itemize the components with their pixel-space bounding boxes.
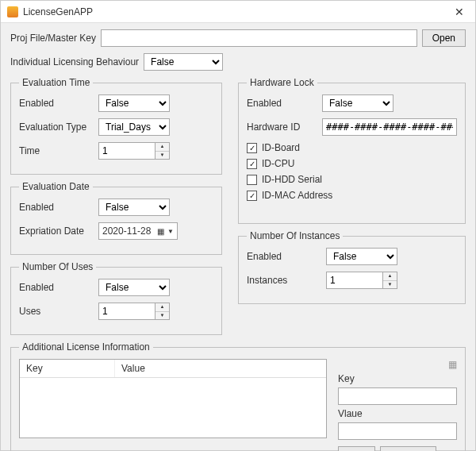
evaltime-enabled-select[interactable]: False [98,94,170,112]
inst-enabled-select[interactable]: False [326,248,397,265]
evaldate-exp-label: Expriation Date [19,226,98,237]
kv-side: ▦ Key Vlaue Add Remove [338,359,457,451]
top-columns: Evaluation Time Enabled False Evaluation… [10,77,466,341]
eval-time-group: Evaluation Time Enabled False Evaluation… [10,77,222,175]
open-button[interactable]: Open [422,29,466,47]
kv-col-value: Value [115,360,152,377]
indiv-row: Individual Licensing Behaviour False [10,53,466,71]
proj-label: Proj File/Master Key [10,33,96,44]
uses-enabled-select[interactable]: False [98,279,170,296]
evaltime-type-label: Evaluation Type [19,121,98,133]
spinner-buttons[interactable]: ▲▼ [155,303,169,319]
expiration-value: 2020-11-28 [102,226,154,237]
additional-info-group: Additional License Information Key Value… [10,341,466,451]
id-cpu-checkbox[interactable]: ID-CPU [247,158,457,169]
id-hdd-checkbox[interactable]: ID-HDD Serial [247,174,457,185]
id-board-label: ID-Board [262,142,300,153]
hw-lock-group: Hardware Lock Enabled False Hardware ID … [238,77,466,224]
inst-inst-label: Instances [247,275,326,286]
indiv-select[interactable]: False [144,53,223,71]
expiration-datepicker[interactable]: 2020-11-28 ▦ ▼ [98,222,178,240]
inst-legend: Number Of Instances [247,230,343,241]
kv-value-input[interactable] [338,422,457,440]
calendar-icon[interactable]: ▦ [157,227,164,236]
left-col: Evaluation Time Enabled False Evaluation… [10,77,222,341]
addl-legend: Additional License Information [19,341,153,353]
hw-id-label: Hardware ID [247,121,322,133]
right-col: Hardware Lock Enabled False Hardware ID … [238,77,466,341]
uses-legend: Number Of Uses [19,261,96,272]
instances-input[interactable] [327,272,382,288]
window-title: LicenseGenAPP [23,6,443,17]
instances-stepper[interactable]: ▲▼ [326,272,397,289]
kv-header: Key Value [20,360,326,378]
hw-enabled-label: Enabled [247,98,322,109]
titlebar: LicenseGenAPP ✕ [1,1,475,23]
uses-uses-label: Uses [19,306,98,317]
chevron-down-icon[interactable]: ▼ [167,228,174,235]
proj-input[interactable] [101,29,417,47]
hw-legend: Hardware Lock [247,77,317,88]
evaldate-enabled-label: Enabled [19,202,98,213]
kv-value-label: Vlaue [338,408,457,419]
add-button[interactable]: Add [338,446,375,451]
instances-group: Number Of Instances Enabled False Instan… [238,230,466,304]
uses-stepper[interactable]: ▲▼ [98,303,170,320]
kv-col-key: Key [20,360,115,377]
kv-table[interactable]: Key Value [19,359,327,438]
app-icon [7,6,18,17]
hardware-id-input[interactable] [322,118,457,136]
kv-key-input[interactable] [338,387,457,405]
evaltime-type-select[interactable]: Trial_Days [98,118,170,136]
evaltime-time-label: Time [19,145,98,156]
uses-group: Number Of Uses Enabled False Uses ▲▼ [10,261,222,335]
id-cpu-label: ID-CPU [262,158,294,169]
uses-enabled-label: Enabled [19,282,98,293]
calendar-icon[interactable]: ▦ [448,359,457,370]
evaltime-enabled-label: Enabled [19,98,98,109]
close-icon[interactable]: ✕ [443,1,475,23]
client-area: Proj File/Master Key Open Individual Lic… [1,23,475,451]
id-hdd-label: ID-HDD Serial [262,174,322,185]
evaldate-enabled-select[interactable]: False [98,199,170,216]
spinner-buttons[interactable]: ▲▼ [382,272,397,288]
proj-row: Proj File/Master Key Open [10,29,466,47]
id-mac-checkbox[interactable]: ID-MAC Address [247,190,457,201]
remove-button[interactable]: Remove [380,446,436,451]
eval-time-legend: Evaluation Time [19,77,93,88]
app-window: LicenseGenAPP ✕ Proj File/Master Key Ope… [0,0,476,451]
id-board-checkbox[interactable]: ID-Board [247,142,457,153]
indiv-label: Individual Licensing Behaviour [10,56,139,67]
hw-enabled-select[interactable]: False [322,94,393,112]
eval-date-legend: Evaluation Date [19,181,93,192]
eval-date-group: Evaluation Date Enabled False Expriation… [10,181,222,255]
spinner-buttons[interactable]: ▲▼ [155,143,169,159]
time-input[interactable] [99,143,155,159]
time-stepper[interactable]: ▲▼ [98,142,170,160]
id-mac-label: ID-MAC Address [262,190,332,201]
kv-key-label: Key [338,373,457,384]
uses-input[interactable] [99,303,155,319]
inst-enabled-label: Enabled [247,251,326,262]
